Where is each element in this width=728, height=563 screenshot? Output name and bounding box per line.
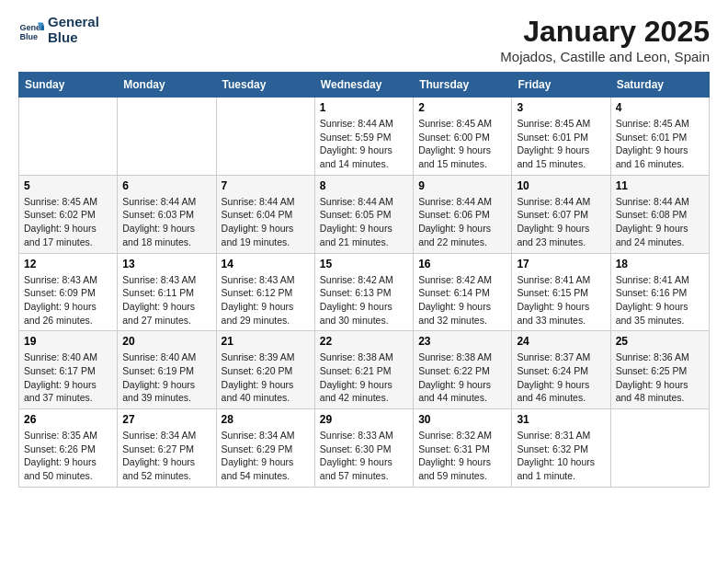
calendar-cell: 25Sunrise: 8:36 AM Sunset: 6:25 PM Dayli… — [610, 331, 709, 409]
calendar-cell: 2Sunrise: 8:45 AM Sunset: 6:00 PM Daylig… — [414, 98, 512, 176]
day-content: Sunrise: 8:40 AM Sunset: 6:17 PM Dayligh… — [24, 350, 112, 405]
day-content: Sunrise: 8:43 AM Sunset: 6:09 PM Dayligh… — [24, 273, 112, 327]
day-number: 25 — [616, 335, 704, 348]
calendar-week-2: 5Sunrise: 8:45 AM Sunset: 6:02 PM Daylig… — [19, 175, 710, 253]
day-content: Sunrise: 8:44 AM Sunset: 6:06 PM Dayligh… — [418, 195, 506, 249]
calendar-cell: 27Sunrise: 8:34 AM Sunset: 6:27 PM Dayli… — [118, 409, 216, 488]
day-number: 9 — [418, 179, 506, 192]
day-content: Sunrise: 8:44 AM Sunset: 6:08 PM Dayligh… — [616, 195, 704, 249]
calendar-cell: 1Sunrise: 8:44 AM Sunset: 5:59 PM Daylig… — [314, 98, 413, 176]
calendar-cell: 20Sunrise: 8:40 AM Sunset: 6:19 PM Dayli… — [118, 331, 216, 409]
day-number: 24 — [517, 335, 605, 348]
col-monday: Monday — [118, 73, 216, 98]
day-number: 2 — [418, 101, 506, 114]
calendar-header-row: Sunday Monday Tuesday Wednesday Thursday… — [19, 73, 710, 98]
calendar-cell: 12Sunrise: 8:43 AM Sunset: 6:09 PM Dayli… — [19, 253, 118, 331]
day-content: Sunrise: 8:38 AM Sunset: 6:22 PM Dayligh… — [418, 350, 506, 405]
day-content: Sunrise: 8:44 AM Sunset: 6:05 PM Dayligh… — [320, 195, 408, 249]
calendar-cell: 23Sunrise: 8:38 AM Sunset: 6:22 PM Dayli… — [414, 331, 512, 409]
day-number: 29 — [320, 413, 408, 426]
calendar-cell: 26Sunrise: 8:35 AM Sunset: 6:26 PM Dayli… — [19, 409, 118, 488]
calendar-week-5: 26Sunrise: 8:35 AM Sunset: 6:26 PM Dayli… — [19, 409, 710, 488]
calendar-cell: 30Sunrise: 8:32 AM Sunset: 6:31 PM Dayli… — [414, 409, 512, 488]
calendar-cell: 24Sunrise: 8:37 AM Sunset: 6:24 PM Dayli… — [512, 331, 610, 409]
day-content: Sunrise: 8:43 AM Sunset: 6:11 PM Dayligh… — [122, 273, 210, 327]
day-number: 4 — [616, 101, 704, 114]
calendar-week-4: 19Sunrise: 8:40 AM Sunset: 6:17 PM Dayli… — [19, 331, 710, 409]
page: General Blue General Blue January 2025 M… — [0, 0, 728, 502]
logo: General Blue General Blue — [18, 15, 99, 45]
col-saturday: Saturday — [610, 73, 709, 98]
day-number: 28 — [222, 413, 310, 426]
calendar-cell: 16Sunrise: 8:42 AM Sunset: 6:14 PM Dayli… — [414, 253, 512, 331]
calendar-cell: 10Sunrise: 8:44 AM Sunset: 6:07 PM Dayli… — [512, 175, 610, 253]
day-number: 26 — [24, 413, 112, 426]
calendar-cell: 5Sunrise: 8:45 AM Sunset: 6:02 PM Daylig… — [19, 175, 118, 253]
day-content: Sunrise: 8:34 AM Sunset: 6:29 PM Dayligh… — [222, 429, 310, 483]
day-number: 7 — [222, 179, 310, 192]
day-number: 15 — [320, 258, 408, 270]
calendar-cell: 8Sunrise: 8:44 AM Sunset: 6:05 PM Daylig… — [314, 175, 413, 253]
day-number: 11 — [616, 179, 704, 192]
col-sunday: Sunday — [19, 73, 118, 98]
day-number: 12 — [24, 258, 112, 270]
day-content: Sunrise: 8:45 AM Sunset: 6:02 PM Dayligh… — [24, 195, 112, 249]
calendar-cell: 29Sunrise: 8:33 AM Sunset: 6:30 PM Dayli… — [314, 409, 413, 488]
logo-line1: General — [48, 15, 99, 30]
day-number: 31 — [517, 413, 605, 426]
logo-icon: General Blue — [18, 17, 44, 43]
day-content: Sunrise: 8:37 AM Sunset: 6:24 PM Dayligh… — [517, 350, 605, 405]
day-content: Sunrise: 8:38 AM Sunset: 6:21 PM Dayligh… — [320, 350, 408, 405]
day-number: 20 — [122, 335, 210, 348]
calendar-cell: 13Sunrise: 8:43 AM Sunset: 6:11 PM Dayli… — [118, 253, 216, 331]
day-content: Sunrise: 8:44 AM Sunset: 6:03 PM Dayligh… — [122, 195, 210, 249]
month-title: January 2025 — [500, 15, 710, 49]
day-number: 5 — [24, 179, 112, 192]
calendar-cell: 22Sunrise: 8:38 AM Sunset: 6:21 PM Dayli… — [314, 331, 413, 409]
day-number: 23 — [418, 335, 506, 348]
day-content: Sunrise: 8:32 AM Sunset: 6:31 PM Dayligh… — [418, 429, 506, 483]
calendar-cell: 21Sunrise: 8:39 AM Sunset: 6:20 PM Dayli… — [216, 331, 314, 409]
calendar-cell: 9Sunrise: 8:44 AM Sunset: 6:06 PM Daylig… — [414, 175, 512, 253]
day-content: Sunrise: 8:42 AM Sunset: 6:13 PM Dayligh… — [320, 273, 408, 327]
day-content: Sunrise: 8:45 AM Sunset: 6:01 PM Dayligh… — [517, 117, 605, 171]
calendar-cell: 19Sunrise: 8:40 AM Sunset: 6:17 PM Dayli… — [19, 331, 118, 409]
calendar-cell: 14Sunrise: 8:43 AM Sunset: 6:12 PM Dayli… — [216, 253, 314, 331]
day-content: Sunrise: 8:39 AM Sunset: 6:20 PM Dayligh… — [222, 350, 310, 405]
day-content: Sunrise: 8:45 AM Sunset: 6:00 PM Dayligh… — [418, 117, 506, 171]
day-number: 3 — [517, 101, 605, 114]
day-content: Sunrise: 8:41 AM Sunset: 6:16 PM Dayligh… — [616, 273, 704, 327]
calendar-cell: 18Sunrise: 8:41 AM Sunset: 6:16 PM Dayli… — [610, 253, 709, 331]
col-tuesday: Tuesday — [216, 73, 314, 98]
location-title: Mojados, Castille and Leon, Spain — [500, 49, 710, 64]
col-thursday: Thursday — [414, 73, 512, 98]
day-content: Sunrise: 8:44 AM Sunset: 6:07 PM Dayligh… — [517, 195, 605, 249]
day-number: 8 — [320, 179, 408, 192]
day-number: 14 — [222, 258, 310, 270]
day-number: 6 — [122, 179, 210, 192]
day-content: Sunrise: 8:31 AM Sunset: 6:32 PM Dayligh… — [517, 429, 605, 483]
day-number: 30 — [418, 413, 506, 426]
calendar-cell — [118, 98, 216, 176]
day-content: Sunrise: 8:45 AM Sunset: 6:01 PM Dayligh… — [616, 117, 704, 171]
day-content: Sunrise: 8:42 AM Sunset: 6:14 PM Dayligh… — [418, 273, 506, 327]
title-block: January 2025 Mojados, Castille and Leon,… — [500, 15, 710, 64]
calendar-cell — [19, 98, 118, 176]
col-friday: Friday — [512, 73, 610, 98]
day-number: 13 — [122, 258, 210, 270]
day-content: Sunrise: 8:36 AM Sunset: 6:25 PM Dayligh… — [616, 350, 704, 405]
day-number: 16 — [418, 258, 506, 270]
calendar-cell: 7Sunrise: 8:44 AM Sunset: 6:04 PM Daylig… — [216, 175, 314, 253]
svg-text:Blue: Blue — [19, 31, 38, 40]
day-content: Sunrise: 8:44 AM Sunset: 5:59 PM Dayligh… — [320, 117, 408, 171]
header: General Blue General Blue January 2025 M… — [18, 15, 710, 64]
day-number: 22 — [320, 335, 408, 348]
logo-line2: Blue — [48, 30, 99, 46]
calendar-cell: 28Sunrise: 8:34 AM Sunset: 6:29 PM Dayli… — [216, 409, 314, 488]
calendar-cell: 3Sunrise: 8:45 AM Sunset: 6:01 PM Daylig… — [512, 98, 610, 176]
day-number: 21 — [222, 335, 310, 348]
day-content: Sunrise: 8:33 AM Sunset: 6:30 PM Dayligh… — [320, 429, 408, 483]
day-number: 1 — [320, 101, 408, 114]
calendar-week-1: 1Sunrise: 8:44 AM Sunset: 5:59 PM Daylig… — [19, 98, 710, 176]
calendar-table: Sunday Monday Tuesday Wednesday Thursday… — [18, 72, 710, 488]
